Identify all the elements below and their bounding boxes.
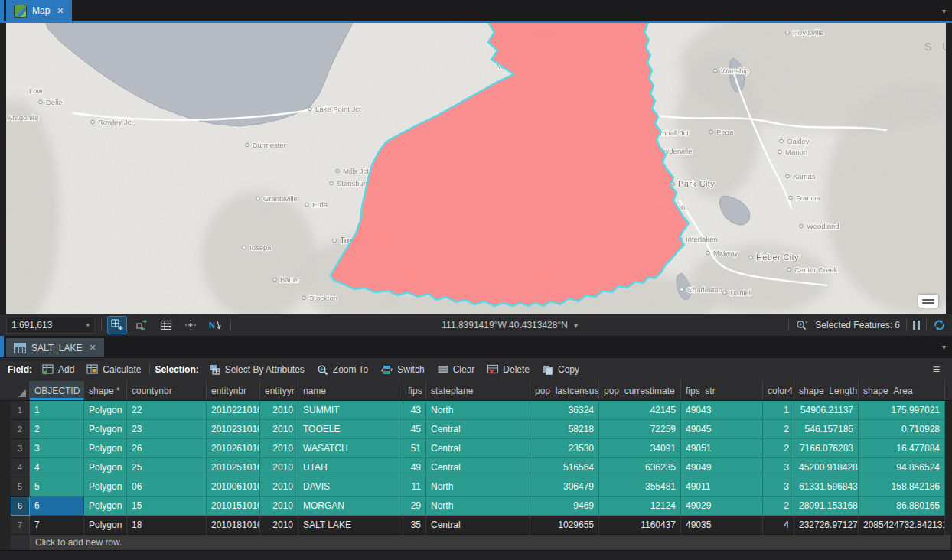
cell-pop-currestimate-row-3[interactable]: 34091: [599, 439, 681, 458]
cell-name-row-5[interactable]: DAVIS: [298, 477, 403, 497]
tab-map[interactable]: Map ✕: [6, 0, 72, 21]
cell-color4-row-6[interactable]: 2: [763, 497, 794, 516]
cell-entitynbr-row-3[interactable]: 2010261010: [207, 439, 260, 458]
cell-entityyr-row-3[interactable]: 2010: [260, 439, 298, 458]
cell-shape-length-row-1[interactable]: 54906.21137: [794, 401, 859, 420]
cell-entityyr-row-6[interactable]: 2010: [260, 497, 298, 516]
cell-pop-lastcensus-row-4[interactable]: 516564: [530, 458, 599, 477]
cell-color4-row-2[interactable]: 2: [763, 420, 794, 439]
column-header-color4[interactable]: color4: [763, 381, 794, 400]
column-header-shape-length[interactable]: shape_Length: [794, 381, 859, 400]
cell-stateplane-row-5[interactable]: North: [426, 477, 530, 497]
cell-shape-length-row-2[interactable]: 546.157185: [794, 420, 859, 439]
pause-drawing-icon[interactable]: [913, 321, 920, 330]
cell-entityyr-row-2[interactable]: 2010: [260, 420, 298, 439]
row-number-3[interactable]: 3: [11, 439, 30, 458]
map-scale-select[interactable]: 1:691,613 ▾: [6, 317, 95, 334]
cell-color4-row-3[interactable]: 2: [763, 439, 794, 458]
cell-pop-currestimate-row-6[interactable]: 12124: [599, 497, 681, 516]
cell-fips-str-row-7[interactable]: 49035: [681, 516, 763, 535]
cell-countynbr-row-2[interactable]: 23: [127, 420, 207, 439]
cell-stateplane-row-1[interactable]: North: [426, 401, 530, 420]
column-header-pop-lastcensus[interactable]: pop_lastcensus: [530, 381, 599, 400]
cell-pop-currestimate-row-7[interactable]: 1160437: [599, 516, 681, 535]
cell-shape-area-row-5[interactable]: 158.842186: [859, 477, 945, 497]
add-field-button[interactable]: Add: [38, 363, 78, 376]
column-header-entitynbr[interactable]: entitynbr: [207, 381, 260, 400]
zoom-to-button[interactable]: Zoom To: [313, 363, 372, 377]
column-header-countynbr[interactable]: countynbr: [127, 381, 207, 400]
cell-objectid-row-1[interactable]: 1: [30, 401, 84, 420]
add-new-row[interactable]: Click to add new row.: [0, 535, 952, 550]
calculate-field-button[interactable]: Calculate: [83, 363, 145, 376]
cell-shape-length-row-5[interactable]: 61331.596843: [794, 477, 859, 497]
cell-objectid-row-3[interactable]: 3: [30, 439, 84, 458]
table-scrollbar-area[interactable]: [0, 550, 952, 560]
cell-stateplane-row-2[interactable]: Central: [426, 420, 530, 439]
cell-pop-lastcensus-row-3[interactable]: 23530: [530, 439, 599, 458]
dock-popup-button[interactable]: [918, 295, 938, 308]
cell-fips-str-row-5[interactable]: 49011: [681, 477, 763, 497]
cell-stateplane-row-4[interactable]: Central: [426, 458, 530, 477]
cell-objectid-row-7[interactable]: 7: [30, 516, 84, 535]
cell-shape-area-row-3[interactable]: 16.477884: [859, 439, 945, 458]
cell-entitynbr-row-4[interactable]: 2010251010: [207, 458, 260, 477]
cell-shape-area-row-6[interactable]: 86.880165: [859, 497, 945, 516]
cell-shape-row-2[interactable]: Polygon: [84, 420, 127, 439]
cell-shape-length-row-6[interactable]: 28091.153168: [794, 497, 859, 516]
column-header-fips-str[interactable]: fips_str: [681, 381, 763, 400]
cell-shape-row-4[interactable]: Polygon: [84, 458, 127, 477]
table-row-2[interactable]: 22Polygon2320102310102010TOOELE45Central…: [0, 420, 952, 439]
cell-entitynbr-row-5[interactable]: 2010061010: [207, 477, 260, 497]
cell-pop-lastcensus-row-7[interactable]: 1029655: [530, 516, 599, 535]
cell-entityyr-row-7[interactable]: 2010: [260, 516, 298, 535]
cell-countynbr-row-5[interactable]: 06: [127, 477, 207, 497]
cell-shape-length-row-3[interactable]: 7166.076283: [794, 439, 859, 458]
cell-pop-lastcensus-row-1[interactable]: 36324: [530, 401, 599, 420]
close-map-tab-icon[interactable]: ✕: [57, 6, 64, 16]
clear-selection-button[interactable]: Clear: [433, 363, 479, 376]
explore-selection-icon[interactable]: [795, 319, 809, 331]
cell-shape-length-row-4[interactable]: 45200.918428: [794, 458, 859, 477]
column-header-entityyr[interactable]: entityyr: [260, 381, 298, 400]
cell-countynbr-row-1[interactable]: 22: [127, 401, 207, 420]
cell-fips-row-4[interactable]: 49: [403, 458, 426, 477]
copy-button[interactable]: Copy: [538, 363, 583, 377]
cell-shape-length-row-7[interactable]: 232726.971272: [794, 516, 859, 535]
table-row-6[interactable]: 66Polygon1520101510102010MORGAN29North94…: [0, 497, 952, 516]
table-tab-strip-menu-icon[interactable]: ▾: [936, 343, 952, 351]
select-by-attributes-button[interactable]: Select By Attributes: [205, 363, 308, 377]
delete-selected-button[interactable]: Delete: [483, 363, 533, 376]
tab-salt-lake-table[interactable]: SALT_LAKE ✕: [6, 338, 104, 357]
column-header-shape-area[interactable]: shape_Area: [859, 381, 945, 400]
cell-pop-currestimate-row-1[interactable]: 42145: [599, 401, 681, 420]
cell-fips-row-1[interactable]: 43: [403, 401, 426, 420]
table-row-4[interactable]: 44Polygon2520102510102010UTAH49Central51…: [0, 458, 952, 477]
cell-shape-row-6[interactable]: Polygon: [84, 497, 127, 516]
cell-countynbr-row-4[interactable]: 25: [127, 458, 207, 477]
cell-shape-area-row-7[interactable]: 2085424732.842131: [859, 516, 945, 535]
cell-name-row-3[interactable]: WASATCH: [298, 439, 403, 458]
cell-pop-lastcensus-row-6[interactable]: 9469: [530, 497, 599, 516]
cell-entityyr-row-1[interactable]: 2010: [260, 401, 298, 420]
cell-countynbr-row-6[interactable]: 15: [127, 497, 207, 516]
coordinate-display[interactable]: 111.8391419°W 40.4313428°N ▾: [442, 320, 578, 330]
table-row-1[interactable]: 11Polygon2220102210102010SUMMIT43North36…: [0, 401, 952, 420]
cell-stateplane-row-3[interactable]: Central: [426, 439, 530, 458]
row-number-1[interactable]: 1: [11, 401, 30, 420]
cell-name-row-7[interactable]: SALT LAKE: [298, 516, 403, 535]
row-number-6[interactable]: 6: [11, 497, 30, 516]
row-number-2[interactable]: 2: [11, 420, 30, 439]
cell-pop-currestimate-row-4[interactable]: 636235: [599, 458, 681, 477]
cell-entitynbr-row-7[interactable]: 2010181010: [207, 516, 260, 535]
cell-fips-str-row-2[interactable]: 49045: [681, 420, 763, 439]
selected-features-count[interactable]: Selected Features: 6: [815, 320, 900, 330]
attribute-table-button[interactable]: [157, 317, 175, 334]
cell-name-row-2[interactable]: TOOELE: [298, 420, 403, 439]
cell-color4-row-5[interactable]: 3: [763, 477, 794, 497]
cell-name-row-4[interactable]: UTAH: [298, 458, 403, 477]
cell-color4-row-4[interactable]: 3: [763, 458, 794, 477]
refresh-icon[interactable]: [933, 319, 946, 331]
cell-entityyr-row-5[interactable]: 2010: [260, 477, 298, 497]
cell-fips-str-row-6[interactable]: 49029: [681, 497, 763, 516]
